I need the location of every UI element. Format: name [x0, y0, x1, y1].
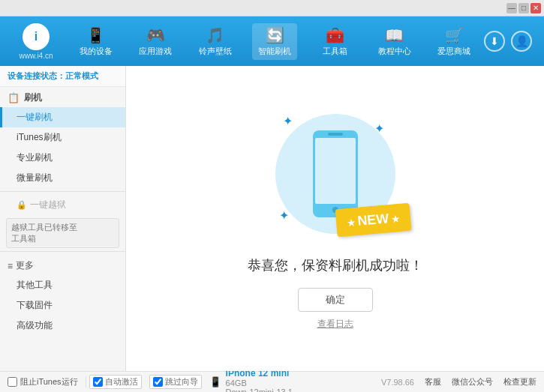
apps-games-label: 应用游戏	[139, 46, 172, 57]
user-button[interactable]: 👤	[511, 31, 532, 52]
nav-items: 📱 我的设备 🎮 应用游戏 🎵 铃声壁纸 🔄 智能刷机 🧰 工具箱 📖 教程中心…	[66, 23, 484, 60]
stop-itunes-label: 阻止iTunes运行	[20, 376, 78, 388]
locked-label: 一键越狱	[30, 199, 66, 211]
lock-icon: 🔒	[17, 200, 27, 210]
check-update-link[interactable]: 检查更新	[503, 376, 536, 388]
shop-icon: 🛒	[445, 26, 464, 44]
service-link[interactable]: 客服	[425, 376, 441, 388]
skip-wizard-label: 跳过向导	[165, 376, 198, 388]
new-ribbon: NEW	[335, 203, 411, 237]
content-area: ✦ ✦ ✦ NEW 恭喜您，保资料刷机成功啦！ 确定 查看日志	[126, 66, 544, 371]
main-layout: 设备连接状态：正常模式 📋 刷机 一键刷机 iTunes刷机 专业刷机 微量刷机…	[0, 66, 544, 371]
more-label: 更多	[16, 259, 34, 272]
apps-games-icon: 🎮	[146, 26, 165, 44]
skip-wizard-checkbox[interactable]	[153, 377, 163, 387]
status-label: 设备连接状态：	[8, 71, 65, 80]
download-button[interactable]: ⬇	[484, 31, 505, 52]
nav-my-device[interactable]: 📱 我的设备	[74, 23, 119, 60]
titlebar-close[interactable]: ✕	[530, 3, 541, 13]
titlebar-maximize[interactable]: □	[518, 3, 529, 13]
sidebar-divider-1	[0, 191, 125, 192]
stop-itunes-area: 阻止iTunes运行	[8, 376, 86, 388]
logo-icon: i	[23, 23, 50, 50]
sidebar-item-micro-flash[interactable]: 微量刷机	[0, 168, 125, 188]
device-info: 📱 iPhone 12 mini 64GB Down-12mini-13,1	[209, 368, 293, 393]
skip-wizard-checkbox-area[interactable]: 跳过向导	[149, 375, 202, 389]
auto-activate-label: 自动激活	[105, 376, 138, 388]
nav-smart-flash[interactable]: 🔄 智能刷机	[252, 23, 297, 60]
more-section-header: ≡ 更多	[0, 255, 125, 275]
device-model: Down-12mini-13,1	[226, 388, 293, 393]
sidebar-item-other-tools[interactable]: 其他工具	[0, 275, 125, 295]
nav-shop[interactable]: 🛒 爱思商城	[431, 23, 476, 60]
auto-activate-checkbox[interactable]	[93, 377, 103, 387]
nav-ringtones[interactable]: 🎵 铃声壁纸	[193, 23, 238, 60]
smart-flash-label: 智能刷机	[258, 46, 291, 57]
sparkle-1: ✦	[283, 114, 293, 128]
ringtones-label: 铃声壁纸	[199, 46, 232, 57]
sidebar-locked-jailbreak: 🔒 一键越狱	[0, 195, 125, 215]
jailbreak-info-box: 越狱工具已转移至工具箱	[6, 218, 119, 248]
tutorials-label: 教程中心	[378, 46, 411, 57]
auto-activate-checkbox-area[interactable]: 自动激活	[89, 375, 142, 389]
sidebar-item-pro-flash[interactable]: 专业刷机	[0, 148, 125, 168]
sidebar-item-advanced[interactable]: 高级功能	[0, 316, 125, 336]
status-value: 正常模式	[65, 71, 98, 80]
sidebar-item-download-fw[interactable]: 下载固件	[0, 295, 125, 316]
my-device-label: 我的设备	[80, 46, 113, 57]
nav-tutorials[interactable]: 📖 教程中心	[372, 23, 417, 60]
shop-label: 爱思商城	[437, 46, 470, 57]
sparkle-3: ✦	[279, 208, 289, 223]
success-illustration: ✦ ✦ ✦ NEW	[268, 106, 403, 241]
sidebar-item-itunes-flash[interactable]: iTunes刷机	[0, 127, 125, 148]
toolbox-icon: 🧰	[326, 26, 344, 44]
success-message: 恭喜您，保资料刷机成功啦！	[248, 256, 423, 274]
flash-section-label: 刷机	[24, 91, 42, 104]
bottombar: 阻止iTunes运行 自动激活 跳过向导 📱 iPhone 12 mini 64…	[0, 371, 544, 392]
sidebar: 设备连接状态：正常模式 📋 刷机 一键刷机 iTunes刷机 专业刷机 微量刷机…	[0, 66, 126, 371]
phone-svg	[309, 129, 362, 219]
flash-section-icon: 📋	[8, 92, 20, 103]
logo-text: www.i4.cn	[19, 52, 53, 60]
more-icon: ≡	[8, 261, 13, 271]
svg-rect-2	[328, 133, 343, 136]
topnav: i www.i4.cn 📱 我的设备 🎮 应用游戏 🎵 铃声壁纸 🔄 智能刷机 …	[0, 16, 544, 66]
sidebar-item-one-key-flash[interactable]: 一键刷机	[0, 107, 125, 127]
version-label: V7.98.66	[381, 378, 414, 387]
flash-section-header: 📋 刷机	[0, 87, 125, 107]
wechat-link[interactable]: 微信公众号	[452, 376, 493, 388]
connection-status: 设备连接状态：正常模式	[0, 66, 125, 87]
ringtones-icon: 🎵	[206, 26, 224, 44]
titlebar: — □ ✕	[0, 0, 544, 16]
nav-actions: ⬇ 👤	[484, 31, 538, 52]
my-device-icon: 📱	[86, 26, 105, 44]
tutorials-icon: 📖	[385, 26, 404, 44]
toolbox-label: 工具箱	[323, 46, 347, 57]
bottom-right: V7.98.66 客服 微信公众号 检查更新	[381, 376, 536, 388]
svg-rect-1	[315, 138, 356, 204]
device-icon: 📱	[209, 376, 221, 388]
sidebar-divider-2	[0, 251, 125, 252]
stop-itunes-checkbox[interactable]	[8, 377, 17, 387]
device-storage: 64GB	[226, 379, 247, 388]
nav-apps-games[interactable]: 🎮 应用游戏	[133, 23, 178, 60]
smart-flash-icon: 🔄	[266, 26, 284, 44]
view-log-link[interactable]: 查看日志	[317, 318, 353, 331]
confirm-button[interactable]: 确定	[298, 288, 373, 312]
phone-container: ✦ ✦ ✦ NEW	[268, 106, 403, 241]
logo: i www.i4.cn	[6, 23, 66, 60]
titlebar-minimize[interactable]: —	[506, 3, 517, 13]
sparkle-2: ✦	[374, 121, 384, 136]
bottom-left: 自动激活 跳过向导 📱 iPhone 12 mini 64GB Down-12m…	[89, 368, 381, 393]
nav-toolbox[interactable]: 🧰 工具箱	[312, 23, 357, 60]
